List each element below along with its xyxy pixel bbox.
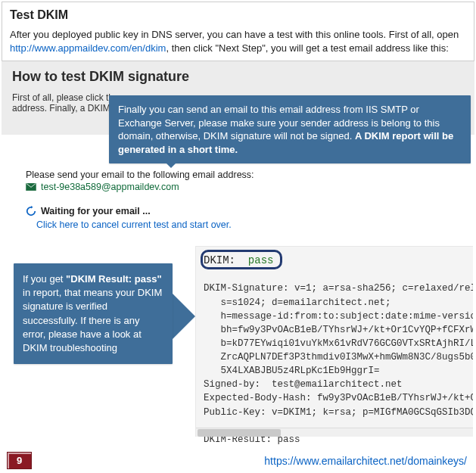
scrollbar-horizontal[interactable] bbox=[196, 428, 473, 437]
email-line: test-9e38a589@appmaildev.com bbox=[26, 182, 465, 192]
scrollbar-thumb[interactable] bbox=[198, 429, 281, 437]
refresh-icon bbox=[26, 206, 36, 216]
callout-result: If you get "DKIM Result: pass" in report… bbox=[14, 263, 173, 364]
please-send: Please send your email to the following … bbox=[26, 170, 465, 180]
callout-arrow-icon bbox=[173, 294, 195, 339]
cancel-link[interactable]: Click here to cancel current test and st… bbox=[36, 219, 465, 230]
tool-link[interactable]: http://www.appmaildev.com/en/dkim bbox=[10, 42, 166, 54]
howto-title: How to test DKIM signature bbox=[12, 69, 464, 85]
intro-after: , then click "Next Step", you will get a… bbox=[166, 42, 448, 54]
callout2-a: If you get bbox=[23, 273, 66, 285]
highlight-ring-icon bbox=[201, 250, 282, 269]
callout-send-email: Finally you can send an email to this em… bbox=[109, 95, 471, 163]
intro-text: After you deployed public key in DNS ser… bbox=[10, 28, 466, 54]
page-number-badge: 9 bbox=[8, 453, 31, 468]
report-text: DKIM-Signature: v=1; a=rsa-sha256; c=rel… bbox=[204, 283, 473, 444]
intro-before: After you deployed public key in DNS ser… bbox=[10, 29, 459, 40]
test-email-address: test-9e38a589@appmaildev.com bbox=[41, 182, 179, 192]
dkim-report-panel: DKIM: pass DKIM-Signature: v=1; a=rsa-sh… bbox=[195, 246, 473, 437]
callout2-bold: "DKIM Result: pass" bbox=[66, 273, 161, 285]
waiting-text: Waiting for your email ... bbox=[41, 206, 151, 216]
intro-box: Test DKIM After you deployed public key … bbox=[2, 2, 474, 61]
report-body: DKIM: pass DKIM-Signature: v=1; a=rsa-sh… bbox=[196, 247, 473, 453]
footer-link[interactable]: https://www.emailarchitect.net/domainkey… bbox=[264, 455, 467, 467]
footer: 9 https://www.emailarchitect.net/domaink… bbox=[0, 449, 476, 473]
envelope-icon bbox=[26, 183, 36, 191]
section-title: Test DKIM bbox=[10, 8, 466, 22]
waiting-line: Waiting for your email ... bbox=[26, 206, 465, 216]
callout2-b: in report, that means your DKIM signatur… bbox=[23, 287, 162, 353]
